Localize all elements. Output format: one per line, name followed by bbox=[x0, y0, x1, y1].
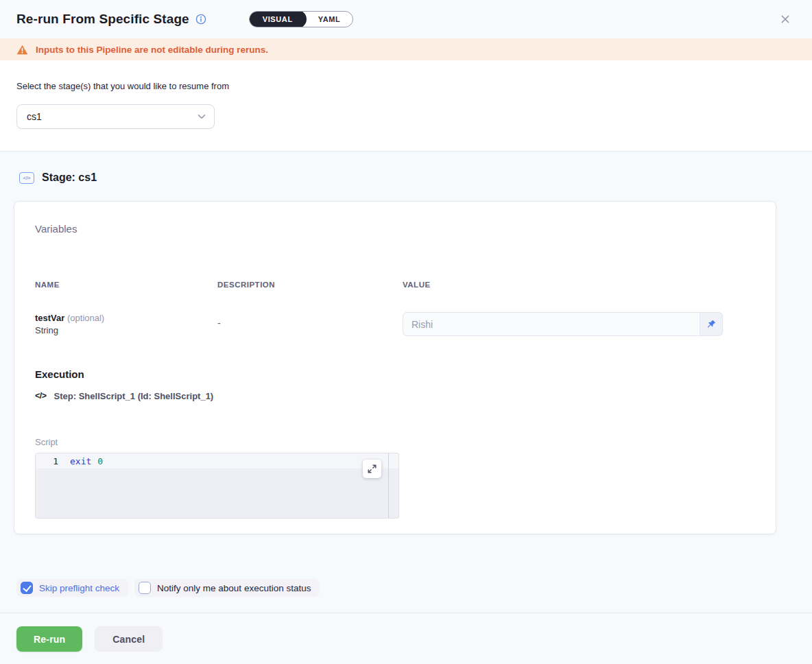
tab-visual[interactable]: VISUAL bbox=[249, 11, 307, 27]
chevron-down-icon bbox=[198, 114, 206, 119]
code-step-icon: </> bbox=[35, 391, 47, 401]
variables-table-header: NAME DESCRIPTION VALUE bbox=[35, 280, 755, 290]
stage-heading: </> Stage: cs1 bbox=[19, 170, 796, 185]
info-icon[interactable] bbox=[195, 14, 206, 25]
column-header-description: DESCRIPTION bbox=[217, 280, 403, 290]
variables-title: Variables bbox=[35, 222, 755, 236]
rerun-button[interactable]: Re-run bbox=[16, 626, 82, 652]
stage-select-label: Select the stage(s) that you would like … bbox=[16, 81, 812, 91]
modal-header: Re-run From Specific Stage VISUAL YAML bbox=[0, 0, 812, 38]
expand-button[interactable] bbox=[363, 460, 381, 478]
skip-preflight-checkbox[interactable]: Skip preflight check bbox=[16, 579, 128, 597]
variable-optional-tag: (optional) bbox=[64, 313, 104, 323]
editor-scrollbar[interactable] bbox=[388, 453, 389, 518]
stage-select-value: cs1 bbox=[27, 111, 42, 122]
step-label: Step: ShellScript_1 (Id: ShellScript_1) bbox=[54, 391, 214, 401]
variable-type: String bbox=[35, 324, 217, 337]
stage-select-dropdown[interactable]: cs1 bbox=[16, 104, 215, 129]
cancel-button[interactable]: Cancel bbox=[95, 626, 163, 652]
variable-description: - bbox=[217, 312, 403, 329]
stage-select-section: Select the stage(s) that you would like … bbox=[0, 60, 812, 152]
run-options-row: Skip preflight check Notify only me abou… bbox=[16, 579, 796, 597]
checkbox-label: Notify only me about execution status bbox=[157, 583, 311, 593]
code-argument: 0 bbox=[97, 456, 103, 466]
warning-banner: Inputs to this Pipeline are not editable… bbox=[0, 38, 812, 60]
checkbox-icon bbox=[21, 582, 33, 594]
table-row: testVar (optional) String - bbox=[35, 312, 755, 337]
variable-name: testVar bbox=[35, 313, 64, 323]
stage-heading-text: Stage: cs1 bbox=[42, 171, 97, 184]
variable-name-cell: testVar (optional) String bbox=[35, 312, 217, 337]
expand-icon bbox=[368, 464, 377, 473]
notify-me-checkbox[interactable]: Notify only me about execution status bbox=[134, 579, 320, 597]
stage-detail-section: </> Stage: cs1 Variables NAME DESCRIPTIO… bbox=[0, 152, 812, 613]
stage-inputs-card: Variables NAME DESCRIPTION VALUE testVar… bbox=[14, 201, 776, 534]
variable-value-input[interactable] bbox=[403, 313, 700, 335]
tab-yaml[interactable]: YAML bbox=[306, 11, 353, 27]
rerun-stage-modal: Re-run From Specific Stage VISUAL YAML bbox=[0, 0, 812, 664]
editor-line: 1 exit0 bbox=[36, 453, 398, 469]
column-header-name: NAME bbox=[35, 280, 217, 290]
code-keyword: exit bbox=[70, 456, 91, 466]
page-title: Re-run From Specific Stage bbox=[16, 12, 189, 27]
warning-text: Inputs to this Pipeline are not editable… bbox=[36, 45, 268, 55]
close-icon[interactable] bbox=[778, 12, 793, 27]
line-number: 1 bbox=[36, 456, 70, 466]
stage-icon: </> bbox=[19, 172, 34, 184]
modal-footer: Re-run Cancel bbox=[0, 613, 812, 664]
execution-title: Execution bbox=[35, 368, 755, 381]
visual-yaml-toggle: VISUAL YAML bbox=[249, 11, 354, 27]
checkbox-icon bbox=[139, 582, 151, 594]
step-row: </> Step: ShellScript_1 (Id: ShellScript… bbox=[35, 390, 755, 402]
script-editor[interactable]: 1 exit0 bbox=[35, 453, 399, 519]
script-label: Script bbox=[35, 436, 755, 448]
variable-value-field bbox=[403, 312, 723, 336]
column-header-value: VALUE bbox=[403, 280, 755, 290]
code-line: exit0 bbox=[70, 456, 103, 466]
warning-icon bbox=[16, 45, 28, 55]
checkbox-label: Skip preflight check bbox=[39, 583, 119, 593]
pin-icon[interactable] bbox=[700, 313, 722, 335]
